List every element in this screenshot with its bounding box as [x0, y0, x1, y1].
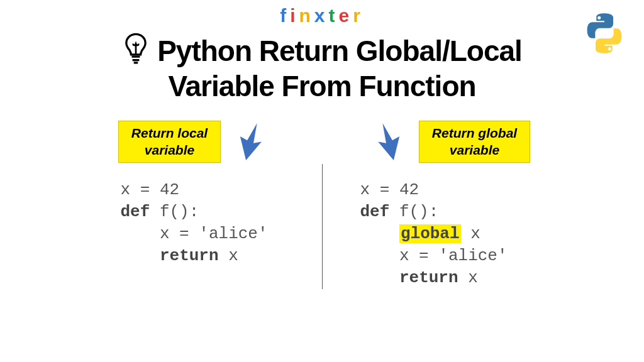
- left-column: Return local variable x = 42 def f(): x …: [64, 120, 322, 267]
- code-local: x = 42 def f(): x = 'alice' return x: [121, 179, 268, 267]
- arrow-down-right-icon: [233, 120, 267, 164]
- badge-global-l1: Return global: [432, 126, 517, 140]
- badge-global-l2: variable: [450, 143, 499, 157]
- page-title: Python Return Global/Local Variable From…: [0, 31, 644, 102]
- brand-logo: finxter: [0, 0, 644, 26]
- code-global: x = 42 def f(): global x x = 'alice' ret…: [360, 179, 508, 289]
- badge-local-l2: variable: [145, 143, 194, 157]
- python-icon: [582, 11, 626, 55]
- lightbulb-icon: [122, 31, 150, 70]
- badge-local: Return local variable: [118, 121, 221, 163]
- badge-local-l1: Return local: [131, 126, 208, 140]
- arrow-down-left-icon: [372, 120, 406, 164]
- title-line-2: Variable From Function: [50, 70, 594, 102]
- right-column: Return global variable x = 42 def f(): g…: [323, 120, 580, 289]
- badge-global: Return global variable: [419, 121, 530, 163]
- title-line-1: Python Return Global/Local: [157, 35, 522, 67]
